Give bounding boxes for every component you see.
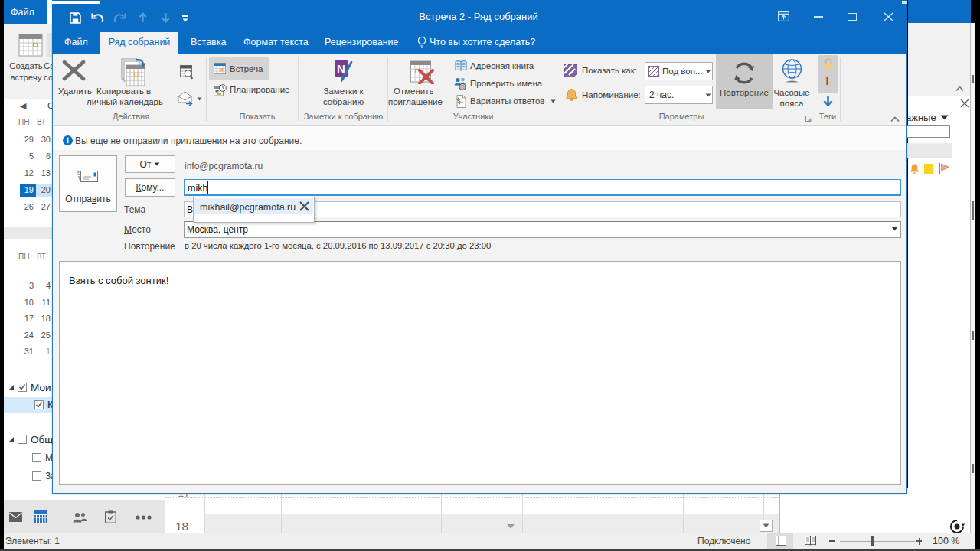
- svg-text:N: N: [337, 62, 345, 75]
- svg-text:@: @: [460, 84, 466, 90]
